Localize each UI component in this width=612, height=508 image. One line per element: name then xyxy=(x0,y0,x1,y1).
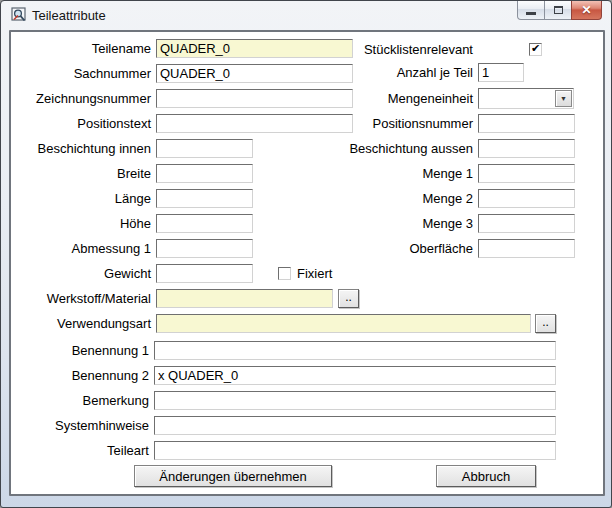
verwendungsart-browse-button[interactable]: .. xyxy=(535,314,556,333)
laenge-label: Länge xyxy=(9,189,151,208)
beschichtung-innen-input[interactable] xyxy=(156,139,253,158)
positionstext-label: Positionstext xyxy=(9,114,151,133)
menge3-input[interactable] xyxy=(478,214,575,233)
bemerkung-input[interactable] xyxy=(154,391,556,410)
gewicht-input[interactable] xyxy=(156,264,253,283)
positionsnummer-label: Positionsnummer xyxy=(323,114,473,133)
breite-label: Breite xyxy=(9,164,151,183)
stuecklistenrelevant-checkbox[interactable]: ✔ xyxy=(529,43,542,56)
systemhinweise-label: Systemhinweise xyxy=(9,416,149,435)
laenge-input[interactable] xyxy=(156,189,253,208)
menge1-input[interactable] xyxy=(478,164,575,183)
titlebar[interactable]: Teileattribute ✕ xyxy=(1,1,611,30)
cancel-button[interactable]: Abbruch xyxy=(436,465,536,487)
abmessung1-label: Abmessung 1 xyxy=(9,239,151,258)
werkstoff-browse-button[interactable]: .. xyxy=(338,289,359,308)
teileattribute-icon xyxy=(11,7,28,24)
beschichtung-aussen-input[interactable] xyxy=(478,139,575,158)
minimize-button[interactable] xyxy=(517,1,545,20)
sachnummer-label: Sachnummer xyxy=(9,64,151,83)
fixiert-label: Fixiert xyxy=(297,264,357,283)
maximize-icon xyxy=(554,6,563,14)
beschichtung-innen-label: Beschichtung innen xyxy=(9,139,151,158)
systemhinweise-input[interactable] xyxy=(154,416,556,435)
zeichnungsnummer-label: Zeichnungsnummer xyxy=(9,89,151,108)
chevron-down-icon[interactable]: ▼ xyxy=(555,90,572,107)
fixiert-checkbox[interactable]: ✔ xyxy=(278,267,291,280)
positionsnummer-input[interactable] xyxy=(478,114,575,133)
anzahl-je-teil-label: Anzahl je Teil xyxy=(323,63,473,82)
verwendungsart-input[interactable] xyxy=(156,314,531,333)
hoehe-input[interactable] xyxy=(156,214,253,233)
benennung1-input[interactable] xyxy=(154,341,556,360)
mengeneinheit-label: Mengeneinheit xyxy=(323,89,473,108)
maximize-button[interactable] xyxy=(544,1,572,20)
benennung2-label: Benennung 2 xyxy=(9,366,149,385)
hoehe-label: Höhe xyxy=(9,214,151,233)
close-icon: ✕ xyxy=(581,4,591,16)
menge3-label: Menge 3 xyxy=(323,214,473,233)
gewicht-label: Gewicht xyxy=(9,264,151,283)
window-title: Teileattribute xyxy=(32,8,106,23)
menge2-input[interactable] xyxy=(478,189,575,208)
teileart-label: Teileart xyxy=(9,441,149,460)
minimize-icon xyxy=(526,12,536,15)
oberflaeche-label: Oberfläche xyxy=(323,239,473,258)
teileart-input[interactable] xyxy=(154,441,556,460)
benennung2-input[interactable] xyxy=(154,366,556,385)
teilename-label: Teilename xyxy=(9,39,151,58)
menge2-label: Menge 2 xyxy=(323,189,473,208)
breite-input[interactable] xyxy=(156,164,253,183)
beschichtung-aussen-label: Beschichtung aussen xyxy=(323,139,473,158)
teileattribute-dialog: Teileattribute ✕ Teilename Sachnummer Ze… xyxy=(0,0,612,508)
oberflaeche-input[interactable] xyxy=(478,239,575,258)
benennung1-label: Benennung 1 xyxy=(9,341,149,360)
check-icon: ✔ xyxy=(531,43,540,54)
menge1-label: Menge 1 xyxy=(323,164,473,183)
apply-changes-button[interactable]: Änderungen übernehmen xyxy=(134,465,332,487)
mengeneinheit-dropdown[interactable]: ▼ xyxy=(478,88,574,109)
bemerkung-label: Bemerkung xyxy=(9,391,149,410)
window-controls: ✕ xyxy=(517,1,602,20)
close-button[interactable]: ✕ xyxy=(571,1,602,20)
werkstoff-input[interactable] xyxy=(156,289,333,308)
abmessung1-input[interactable] xyxy=(156,239,253,258)
anzahl-je-teil-input[interactable] xyxy=(478,63,524,82)
stuecklistenrelevant-label: Stücklistenrelevant xyxy=(323,40,473,59)
werkstoff-label: Werkstoff/Material xyxy=(9,289,151,308)
verwendungsart-label: Verwendungsart xyxy=(9,314,151,333)
